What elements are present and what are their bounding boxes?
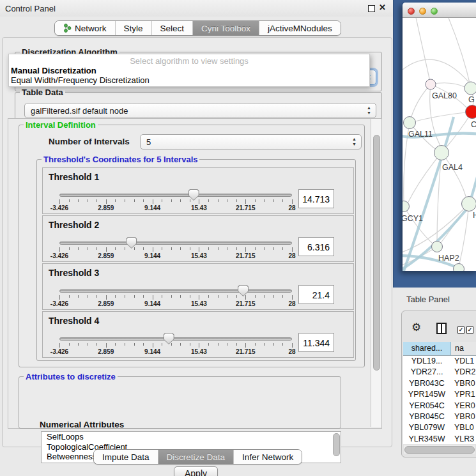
slider-tick [69, 343, 70, 346]
popup-hint: Select algorithm to view settings [9, 54, 369, 66]
tab-infer-network[interactable]: Infer Network [233, 450, 302, 464]
slider-tick-label: -3.426 [50, 204, 68, 211]
tab-style[interactable]: Style [115, 21, 151, 35]
network-node[interactable] [426, 79, 436, 89]
table-row[interactable]: YPR145WYPR1 [403, 389, 476, 400]
slider-tick-label: 9.144 [144, 252, 160, 259]
gear-icon[interactable]: ⚙ [411, 321, 421, 334]
threshold-label: Threshold 4 [49, 316, 99, 326]
table-row[interactable]: YDL19...YDL1 [403, 356, 476, 367]
table-row[interactable]: YER054CYER0 [403, 401, 476, 411]
checkbox-icon[interactable]: ✓ [457, 326, 464, 334]
slider-tick [171, 199, 172, 202]
slider-tick [282, 199, 283, 202]
slider-tick-label: 9.144 [144, 300, 160, 307]
apply-button[interactable]: Apply [174, 466, 218, 476]
slider-track[interactable] [59, 242, 292, 245]
number-of-intervals-label: Number of Intervals [49, 137, 130, 146]
network-node[interactable] [464, 82, 476, 95]
network-canvas[interactable]: GAL80GCGAL11GAL4GCY1HHAP2 [403, 18, 476, 271]
slider-tick [96, 199, 97, 202]
network-edges [403, 18, 476, 271]
node-table[interactable]: shared... na YDL19...YDL1YDR27...YDR2YBR… [403, 342, 476, 444]
table-row[interactable]: YLR345WYLR3 [403, 434, 476, 444]
tab-network[interactable]: Network [55, 21, 115, 35]
node-label: GAL11 [408, 130, 433, 139]
table-hscrollbar[interactable] [404, 445, 475, 454]
network-node[interactable] [462, 197, 476, 211]
slider-tick [162, 247, 162, 250]
slider-tick [292, 199, 293, 204]
tab-select[interactable]: Select [151, 21, 193, 35]
network-node[interactable] [434, 146, 449, 160]
table-data-value: galFiltered.sif default node [31, 106, 128, 116]
table-row[interactable]: YBR045CYBR0 [403, 411, 476, 422]
slider-tick [264, 295, 265, 298]
tab-cyni-toolbox[interactable]: Cyni Toolbox [192, 21, 259, 35]
slider-track[interactable] [59, 337, 292, 341]
slider-tick-label: 21.715 [236, 252, 256, 259]
attribute-item[interactable]: SelfLoops [42, 432, 341, 442]
close-traffic-light[interactable] [408, 8, 415, 15]
list-scrollbar[interactable] [333, 433, 340, 456]
slider-tick [59, 247, 60, 252]
slider-tick-label: 9.144 [144, 348, 160, 355]
slider-thumb[interactable] [164, 333, 174, 344]
columns-icon[interactable] [436, 323, 447, 334]
slider-tick [218, 343, 219, 346]
popup-option-equal-width[interactable]: Equal Width/Frequency Discretization [9, 75, 369, 85]
table-row[interactable]: YBR043CYBR0 [403, 378, 476, 389]
scrollbar-thumb[interactable] [373, 135, 380, 371]
network-node[interactable] [404, 117, 416, 129]
tab-discretize-data[interactable]: Discretize Data [158, 450, 234, 464]
network-node[interactable] [432, 242, 443, 252]
slider-tick [227, 247, 227, 250]
network-edge [410, 84, 431, 123]
slider-tick [69, 295, 70, 298]
slider-tick [236, 247, 237, 250]
close-icon[interactable]: ✕ [379, 3, 386, 12]
slider-tick [115, 343, 116, 346]
slider-tick [190, 343, 190, 346]
tab-jactivemnodules[interactable]: jActiveMNodules [259, 21, 341, 35]
slider-tick [143, 199, 144, 202]
panel-scrollbar[interactable] [371, 119, 381, 427]
control-panel-titlebar: Control Panel ✕ [0, 0, 393, 17]
minimize-traffic-light[interactable] [419, 8, 426, 15]
table-data-combobox[interactable]: galFiltered.sif default node ▲▼ [24, 103, 376, 118]
slider-tick [78, 295, 79, 298]
network-node[interactable] [466, 105, 476, 119]
slider-tick [162, 295, 162, 298]
slider-tick [208, 199, 209, 202]
slider-tick [218, 247, 219, 250]
slider-tick [180, 295, 181, 298]
table-row[interactable]: YDR27...YDR2 [403, 367, 476, 378]
slider-tick [208, 295, 209, 298]
threshold-value-field[interactable]: 14.713 [298, 189, 334, 208]
table-row[interactable]: YBL079WYBL0 [403, 422, 476, 433]
threshold-value-field[interactable]: 6.316 [298, 237, 334, 256]
slider-track[interactable] [59, 289, 292, 293]
popup-option-manual[interactable]: Manual Discretization [9, 66, 369, 75]
slider-track[interactable] [59, 194, 292, 197]
header-name[interactable]: na [451, 342, 476, 355]
header-shared-name[interactable]: shared... [403, 342, 451, 355]
float-window-icon[interactable] [368, 5, 375, 12]
slider-tick [143, 247, 144, 250]
screen: Control Panel ✕ NetworkStyleSelectCyni T… [0, 0, 476, 476]
network-node[interactable] [454, 264, 464, 272]
slider-thumb[interactable] [238, 285, 249, 296]
table-header[interactable]: shared... na [403, 342, 476, 356]
tab-impute-data[interactable]: Impute Data [94, 450, 158, 464]
zoom-traffic-light[interactable] [431, 8, 438, 15]
number-of-intervals-combobox[interactable]: 5 ▲▼ [140, 134, 362, 150]
cyni-toolbox-panel: Discretization Algorithm ▲▼ Table Data g… [2, 37, 392, 447]
slider-tick [134, 343, 135, 346]
checkbox-icon[interactable]: ✓ [466, 326, 473, 334]
stepper-arrows-icon: ▲▼ [351, 137, 358, 147]
slider-thumb[interactable] [126, 237, 137, 249]
threshold-value-field[interactable]: 11.344 [298, 333, 334, 352]
slider-tick-label: 28 [288, 348, 295, 355]
threshold-value-field[interactable]: 21.4 [298, 285, 334, 304]
scrollbar-thumb[interactable] [404, 446, 475, 454]
